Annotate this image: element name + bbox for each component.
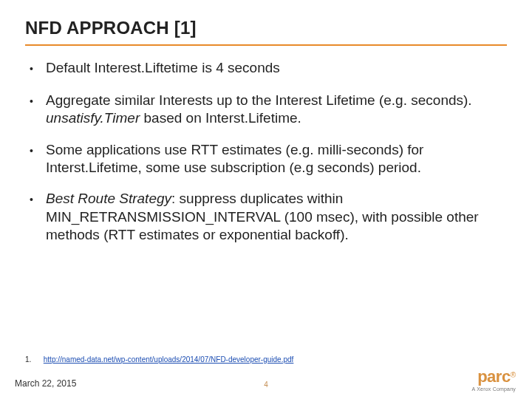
text-run: based on Interst.Lifetime. — [140, 110, 301, 126]
slide-date: March 22, 2015 — [15, 378, 76, 389]
slide: NFD APPROACH [1] • Default Interest.Lift… — [0, 0, 532, 399]
bullet-icon: • — [30, 92, 40, 111]
bullet-text: Best Route Strategy: suppress duplicates… — [40, 190, 507, 244]
reference-link[interactable]: http://named-data.net/wp-content/uploads… — [44, 355, 294, 364]
list-item: • Best Route Strategy: suppress duplicat… — [30, 190, 507, 244]
bullet-text: Aggregate similar Interests up to the In… — [40, 92, 507, 128]
bullet-icon: • — [30, 190, 40, 209]
registered-icon: ® — [511, 371, 516, 379]
logo-subtext: A Xerox Company — [472, 386, 516, 392]
text-run: Some applications use RTT estimates (e.g… — [46, 142, 423, 175]
bullet-icon: • — [30, 59, 40, 78]
reference-line: 1. http://named-data.net/wp-content/uplo… — [25, 355, 293, 364]
parc-logo: parc® A Xerox Company — [472, 369, 516, 392]
text-run: Aggregate similar Interests up to the In… — [46, 92, 472, 108]
text-run: Default Interest.Liftetime is 4 seconds — [46, 60, 280, 75]
logo-text: parc — [477, 367, 510, 386]
list-item: • Aggregate similar Interests up to the … — [30, 92, 507, 128]
page-number: 4 — [264, 381, 268, 389]
text-run-italic: Best Route Strategy — [46, 191, 171, 206]
list-item: • Some applications use RTT estimates (e… — [30, 141, 507, 177]
text-run-italic: unsatisfy.Timer — [46, 110, 140, 126]
bullet-list: • Default Interest.Liftetime is 4 second… — [30, 59, 507, 244]
bullet-text: Some applications use RTT estimates (e.g… — [40, 141, 507, 177]
reference-number: 1. — [25, 355, 41, 364]
logo-wordmark: parc® — [472, 369, 516, 385]
slide-title: NFD APPROACH [1] — [25, 18, 507, 38]
title-rule — [25, 44, 507, 46]
list-item: • Default Interest.Liftetime is 4 second… — [30, 59, 507, 78]
bullet-text: Default Interest.Liftetime is 4 seconds — [40, 59, 507, 77]
bullet-icon: • — [30, 141, 40, 160]
